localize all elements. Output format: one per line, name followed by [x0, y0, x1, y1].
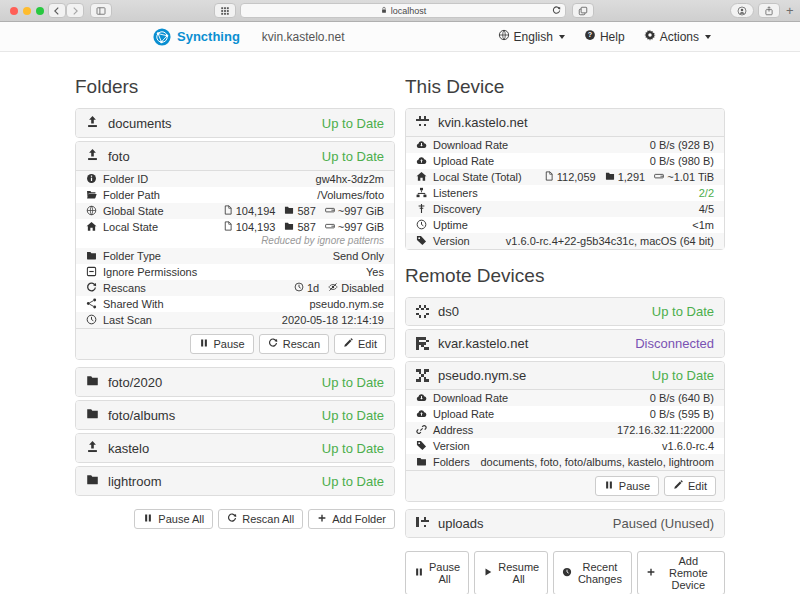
detail-value: v1.6.0-rc.4+22-g5b34c31c, macOS (64 bit): [506, 235, 714, 247]
folder-header-lightroom[interactable]: lightroomUp to Date: [76, 467, 394, 495]
detail-value: 1dDisabled: [294, 282, 384, 294]
status-badge: Up to Date: [322, 375, 384, 390]
detail-value: 0 B/s (595 B): [650, 408, 714, 420]
navbar-menu-help[interactable]: ?Help: [584, 29, 625, 44]
this-device-name: kvin.kastelo.net: [438, 115, 528, 130]
detail-label: Rescans: [86, 282, 146, 295]
cloud-down-icon: [416, 139, 427, 152]
window-close-button[interactable]: [10, 7, 18, 15]
detail-row-download-rate: Download Rate0 B/s (928 B): [406, 137, 724, 153]
detail-row-discovery: Discovery4/5: [406, 201, 724, 217]
status-badge: Up to Date: [322, 441, 384, 456]
value-hdd: ~997 GiB: [325, 205, 384, 217]
folder-icon: [86, 473, 99, 489]
detail-label: Folder Type: [86, 250, 161, 263]
refresh-icon: [227, 513, 237, 525]
hdd-icon: [654, 171, 664, 183]
device-name: ds0: [438, 304, 459, 319]
device-header-uploads[interactable]: uploadsPaused (Unused): [406, 510, 724, 537]
status-badge: Up to Date: [652, 368, 714, 383]
pause-button[interactable]: Pause: [190, 334, 254, 354]
new-tab-button[interactable]: +: [786, 3, 794, 18]
detail-value: gw4hx-3dz2m: [316, 173, 384, 185]
address-bar[interactable]: localhost: [240, 3, 566, 18]
detail-value: 104,194587~997 GiB: [223, 205, 384, 217]
button-label: Resume All: [498, 561, 539, 585]
navbar-device-name: kvin.kastelo.net: [262, 30, 345, 44]
value-folder: 587: [284, 221, 315, 233]
upload-icon: [86, 148, 99, 164]
status-badge: Up to Date: [652, 304, 714, 319]
this-device-header-kvin-kastelo-net[interactable]: kvin.kastelo.net: [406, 109, 724, 137]
detail-label: Shared With: [86, 298, 164, 311]
rescan-button[interactable]: Rescan: [259, 334, 329, 354]
edit-button[interactable]: Edit: [334, 334, 386, 354]
navbar-menu-english[interactable]: English: [498, 29, 565, 44]
folder-header-kastelo[interactable]: kasteloUp to Date: [76, 434, 394, 462]
detail-row-version: Versionv1.6.0-rc.4: [406, 438, 724, 454]
hdd-icon: [325, 221, 335, 233]
resume-all-button[interactable]: Resume All: [474, 551, 548, 594]
folder-header-foto[interactable]: fotoUp to Date: [76, 142, 394, 171]
device-actions: PauseEdit: [406, 470, 724, 501]
syncthing-logo-icon: [153, 28, 171, 46]
add-remote-device-button[interactable]: Add Remote Device: [637, 551, 725, 594]
detail-row-version: Versionv1.6.0-rc.4+22-g5b34c31c, macOS (…: [406, 233, 724, 249]
device-panel-kvar-kastelo-net: kvar.kastelo.netDisconnected: [405, 329, 725, 358]
folder-icon: [284, 205, 294, 217]
this-device-panel-kvin-kastelo-net: kvin.kastelo.netDownload Rate0 B/s (928 …: [405, 108, 725, 250]
detail-label: Folders: [416, 456, 470, 469]
devices-column: This Device kvin.kastelo.netDownload Rat…: [405, 76, 725, 594]
detail-row-local-state: Local State104,193587~997 GiBReduced by …: [76, 219, 394, 248]
pause-all-button[interactable]: Pause All: [405, 551, 469, 594]
folder-panel-foto: fotoUp to DateFolder IDgw4hx-3dz2mFolder…: [75, 141, 395, 360]
pause-button[interactable]: Pause: [595, 476, 659, 496]
info-icon: [86, 173, 97, 186]
folder-header-foto-2020[interactable]: foto/2020Up to Date: [76, 368, 394, 396]
window-zoom-button[interactable]: [36, 7, 44, 15]
device-header-ds0[interactable]: ds0Up to Date: [406, 298, 724, 325]
brand-title[interactable]: Syncthing: [177, 29, 240, 44]
edit-button[interactable]: Edit: [664, 476, 716, 496]
discovery-icon: [416, 203, 427, 216]
reload-icon[interactable]: [552, 6, 561, 17]
browser-back-button[interactable]: [48, 3, 66, 18]
folder-name: kastelo: [108, 441, 149, 456]
browser-tab-overview-button[interactable]: [572, 3, 594, 18]
window-minimize-button[interactable]: [23, 7, 31, 15]
browser-profile-button[interactable]: [730, 3, 754, 18]
device-identicon: [416, 337, 429, 350]
value-file: 112,059: [544, 171, 596, 183]
browser-sidebar-button[interactable]: [90, 3, 112, 18]
devices-actions-row: Pause AllResume AllRecent ChangesAdd Rem…: [405, 551, 725, 594]
detail-row-upload-rate: Upload Rate0 B/s (595 B): [406, 406, 724, 422]
pause-all-button[interactable]: Pause All: [134, 509, 213, 529]
remote-devices-heading: Remote Devices: [405, 265, 725, 287]
detail-value: Send Only: [333, 250, 384, 262]
cloud-up-icon: [416, 155, 427, 168]
folder-header-documents[interactable]: documentsUp to Date: [76, 109, 394, 137]
device-name: pseudo.nym.se: [438, 368, 526, 383]
add-folder-button[interactable]: Add Folder: [308, 509, 395, 529]
detail-value: 112,0591,291~1.01 TiB: [544, 171, 714, 183]
device-header-kvar-kastelo-net[interactable]: kvar.kastelo.netDisconnected: [406, 330, 724, 357]
recent-changes-button[interactable]: Recent Changes: [553, 551, 631, 594]
button-label: Edit: [688, 480, 707, 492]
pause-icon: [199, 338, 209, 350]
play-icon: [483, 567, 493, 579]
cloud-up-icon: [416, 408, 427, 421]
home-icon: [86, 221, 97, 234]
rescan-all-button[interactable]: Rescan All: [218, 509, 303, 529]
detail-label: Address: [416, 424, 473, 437]
folder-header-foto-albums[interactable]: foto/albumsUp to Date: [76, 401, 394, 429]
detail-row-ignore-permissions: Ignore PermissionsYes: [76, 264, 394, 280]
upload-icon: [86, 440, 99, 456]
edit-icon: [343, 338, 353, 350]
this-device-heading: This Device: [405, 76, 725, 98]
navbar-menu-actions[interactable]: Actions: [644, 29, 711, 44]
browser-forward-button[interactable]: [66, 3, 84, 18]
device-identicon: [416, 305, 429, 318]
browser-tab-groups-button[interactable]: [214, 3, 236, 18]
device-header-pseudo-nym-se[interactable]: pseudo.nym.seUp to Date: [406, 362, 724, 390]
browser-share-button[interactable]: [758, 3, 780, 18]
